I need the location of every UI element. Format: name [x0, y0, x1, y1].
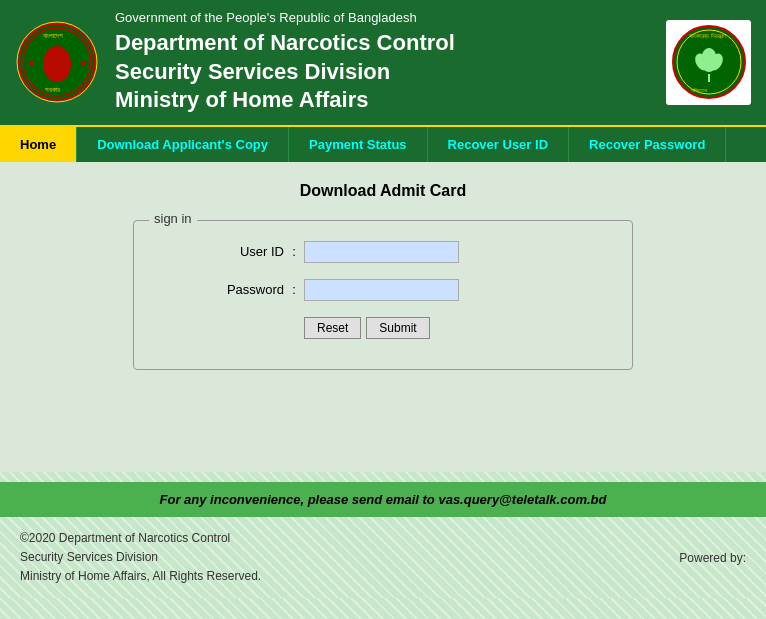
svg-text:★: ★	[79, 57, 88, 68]
user-id-input[interactable]	[304, 241, 459, 263]
header-text: Government of the People's Republic of B…	[115, 10, 651, 115]
header: ★ ★ বাংলাদেশ সরকার Government of the Peo…	[0, 0, 766, 125]
support-message: For any inconvenience, please send email…	[160, 492, 607, 507]
form-legend: sign in	[149, 211, 197, 226]
right-logo: মাদকদ্রব্য নিয়ন্ত্রণ অধিদপ্তর	[666, 20, 751, 105]
form-buttons: Reset Submit	[154, 317, 602, 339]
footer-right: Powered by:	[679, 551, 746, 565]
nav-home[interactable]: Home	[0, 127, 77, 162]
footer-line1: ©2020 Department of Narcotics Control	[20, 529, 261, 548]
nav-recover-password[interactable]: Recover Password	[569, 127, 726, 162]
footer-left: ©2020 Department of Narcotics Control Se…	[20, 529, 261, 587]
reset-button[interactable]: Reset	[304, 317, 361, 339]
main-content: Download Admit Card sign in User ID : Pa…	[0, 162, 766, 472]
footer-line3: Ministry of Home Affairs, All Rights Res…	[20, 567, 261, 586]
svg-point-2	[43, 46, 71, 82]
right-logo-svg: মাদকদ্রব্য নিয়ন্ত্রণ অধিদপ্তর	[669, 22, 749, 102]
password-colon: :	[284, 282, 304, 297]
nav-recover-user-id[interactable]: Recover User ID	[428, 127, 569, 162]
svg-text:বাংলাদেশ: বাংলাদেশ	[43, 32, 63, 39]
user-id-row: User ID :	[154, 241, 602, 263]
password-row: Password :	[154, 279, 602, 301]
header-big-title: Department of Narcotics Control Security…	[115, 29, 651, 115]
powered-by-text: Powered by:	[679, 551, 746, 565]
user-id-label: User ID	[204, 244, 284, 259]
header-small-title: Government of the People's Republic of B…	[115, 10, 651, 25]
footer: ©2020 Department of Narcotics Control Se…	[0, 517, 766, 599]
svg-text:সরকার: সরকার	[45, 86, 60, 93]
nav-payment-status[interactable]: Payment Status	[289, 127, 428, 162]
user-id-colon: :	[284, 244, 304, 259]
svg-text:★: ★	[27, 57, 36, 68]
submit-button[interactable]: Submit	[366, 317, 429, 339]
password-label: Password	[204, 282, 284, 297]
left-logo: ★ ★ বাংলাদেশ সরকার	[15, 20, 100, 105]
nav-download-applicant[interactable]: Download Applicant's Copy	[77, 127, 289, 162]
password-input[interactable]	[304, 279, 459, 301]
sign-in-form: sign in User ID : Password : Reset Submi…	[133, 220, 633, 370]
page-title: Download Admit Card	[20, 182, 746, 200]
svg-text:মাদকদ্রব্য নিয়ন্ত্রণ: মাদকদ্রব্য নিয়ন্ত্রণ	[689, 33, 726, 40]
footer-line2: Security Services Division	[20, 548, 261, 567]
navbar: Home Download Applicant's Copy Payment S…	[0, 125, 766, 162]
support-bar: For any inconvenience, please send email…	[0, 482, 766, 517]
svg-text:অধিদপ্তর: অধিদপ্তর	[691, 87, 707, 94]
